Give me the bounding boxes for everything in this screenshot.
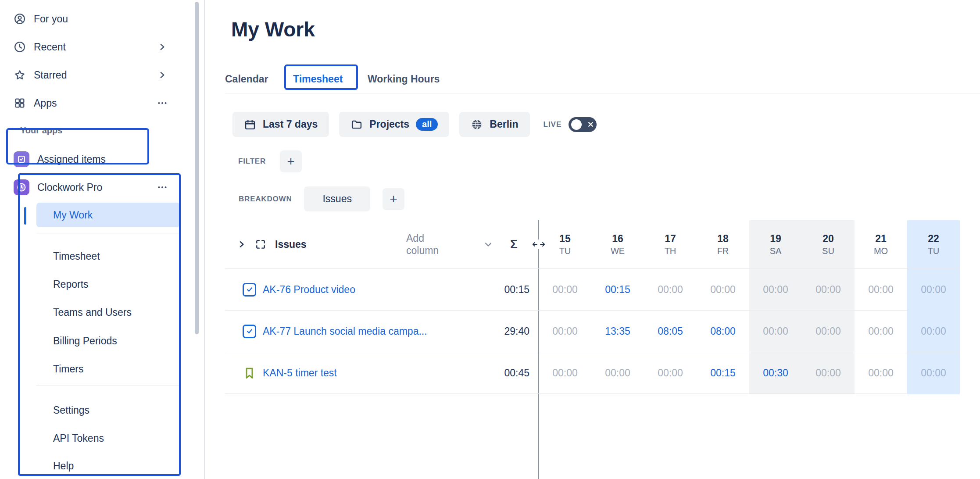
- time-cell[interactable]: 00:00: [802, 352, 855, 393]
- issue-link[interactable]: AK-76 Product video: [263, 284, 355, 296]
- page-title: My Work: [231, 18, 315, 41]
- time-cell[interactable]: 00:00: [749, 311, 802, 352]
- sidebar-item-label: Apps: [34, 97, 57, 109]
- tab-timesheet[interactable]: Timesheet: [293, 67, 343, 91]
- sidebar-item-billing-periods[interactable]: Billing Periods: [36, 329, 180, 353]
- day-header: 18FR: [697, 220, 749, 268]
- projects-label: Projects: [369, 118, 409, 130]
- divider: [36, 386, 180, 386]
- issues-header-cell: Issues Add column Σ: [225, 220, 539, 268]
- sidebar-item-api-tokens[interactable]: API Tokens: [36, 426, 180, 450]
- chevron-right-icon[interactable]: [157, 69, 168, 81]
- time-cell[interactable]: 00:00: [855, 311, 907, 352]
- time-cell[interactable]: 00:00: [749, 269, 802, 310]
- person-icon: [14, 13, 26, 25]
- assigned-items-icon: [14, 151, 29, 167]
- issue-link[interactable]: AK-77 Launch social media campa...: [263, 325, 427, 337]
- timezone-chip[interactable]: Berlin: [459, 112, 529, 137]
- filter-section: FILTER +: [238, 150, 302, 172]
- time-cell[interactable]: 00:00: [855, 269, 907, 310]
- sidebar-item-starred[interactable]: Starred: [0, 61, 191, 89]
- day-header-weekend: 20SU: [802, 220, 855, 268]
- add-filter-button[interactable]: +: [280, 150, 302, 172]
- filter-chips: Last 7 days Projects all Berlin LIVE: [232, 112, 597, 137]
- time-cell[interactable]: 00:00: [697, 269, 749, 310]
- time-cell[interactable]: 00:00: [539, 311, 591, 352]
- time-cell[interactable]: 00:00: [907, 352, 960, 393]
- sum-button[interactable]: Σ: [510, 237, 518, 251]
- breakdown-section: BREAKDOWN Issues +: [239, 186, 404, 211]
- sidebar-item-teams-and-users[interactable]: Teams and Users: [36, 300, 180, 325]
- day-header-today: 22TU: [907, 220, 960, 268]
- sidebar-item-for-you[interactable]: For you: [0, 5, 191, 33]
- sidebar-item-assigned-items[interactable]: Assigned items: [0, 145, 191, 173]
- time-cell[interactable]: 00:00: [644, 269, 697, 310]
- breakdown-issues-button[interactable]: Issues: [304, 186, 370, 211]
- toggle-x-icon: [587, 121, 594, 128]
- time-cell[interactable]: 00:30: [749, 352, 802, 393]
- sidebar-item-help[interactable]: Help: [36, 454, 180, 478]
- apps-grid-icon: [14, 97, 26, 109]
- time-cell[interactable]: 00:00: [802, 269, 855, 310]
- row-total: 00:45: [504, 367, 529, 379]
- issue-link[interactable]: KAN-5 timer test: [263, 367, 337, 379]
- date-range-chip[interactable]: Last 7 days: [232, 112, 329, 137]
- time-cell[interactable]: 00:15: [591, 269, 644, 310]
- tab-working-hours[interactable]: Working Hours: [368, 67, 440, 91]
- more-icon[interactable]: [157, 97, 168, 109]
- sidebar-item-reports[interactable]: Reports: [36, 272, 180, 297]
- sidebar-item-timers[interactable]: Timers: [36, 357, 180, 381]
- sidebar-item-my-work[interactable]: My Work: [36, 203, 180, 227]
- add-column-dropdown[interactable]: Add column: [406, 232, 458, 257]
- time-cell[interactable]: 00:00: [539, 352, 591, 393]
- calendar-icon: [244, 118, 256, 131]
- sidebar-item-settings[interactable]: Settings: [36, 398, 180, 422]
- your-apps-label: Your apps: [20, 125, 62, 136]
- time-cell[interactable]: 00:00: [539, 269, 591, 310]
- time-cell[interactable]: 08:00: [697, 311, 749, 352]
- time-cell[interactable]: 00:00: [802, 311, 855, 352]
- sidebar-item-label: Recent: [34, 41, 66, 53]
- tab-calendar[interactable]: Calendar: [225, 67, 268, 91]
- time-cell[interactable]: 00:00: [591, 352, 644, 393]
- active-item-indicator: [24, 207, 26, 225]
- more-icon[interactable]: [157, 182, 168, 193]
- sidebar-item-timesheet[interactable]: Timesheet: [36, 244, 180, 268]
- projects-chip[interactable]: Projects all: [339, 112, 449, 137]
- sidebar-item-clockwork-pro[interactable]: Clockwork Pro: [0, 173, 191, 201]
- date-range-label: Last 7 days: [263, 118, 318, 130]
- day-header-weekend: 19SA: [749, 220, 802, 268]
- live-toggle[interactable]: [569, 117, 597, 132]
- star-icon: [14, 69, 26, 81]
- resize-columns-icon[interactable]: [530, 240, 547, 249]
- time-cell[interactable]: 08:05: [644, 311, 697, 352]
- sidebar-scrollbar[interactable]: [195, 2, 199, 334]
- fullscreen-icon[interactable]: [255, 239, 266, 250]
- time-cell[interactable]: 00:15: [697, 352, 749, 393]
- time-cell[interactable]: 00:00: [907, 311, 960, 352]
- table-header: Issues Add column Σ 15TU 16WE 17TH 18FR …: [225, 220, 960, 269]
- live-label: LIVE: [544, 120, 562, 129]
- sidebar-item-label: For you: [34, 13, 68, 25]
- day-header: 21MO: [855, 220, 907, 268]
- task-type-icon: [243, 325, 256, 338]
- sidebar-item-recent[interactable]: Recent: [0, 33, 191, 61]
- timesheet-row: AK-77 Launch social media campa... 29:40…: [225, 311, 960, 352]
- chevron-right-icon[interactable]: [157, 41, 168, 53]
- filter-label: FILTER: [238, 157, 266, 166]
- add-breakdown-button[interactable]: +: [383, 188, 404, 210]
- time-cell[interactable]: 00:00: [644, 352, 697, 393]
- expand-group-chevron-icon[interactable]: [237, 240, 246, 249]
- sidebar-item-label: Clockwork Pro: [37, 182, 102, 193]
- sidebar-item-apps[interactable]: Apps: [0, 89, 191, 117]
- row-total: 00:15: [504, 284, 529, 296]
- clock-icon: [14, 41, 26, 53]
- time-cell[interactable]: 00:00: [907, 269, 960, 310]
- timesheet-row: KAN-5 timer test 00:45 00:00 00:00 00:00…: [225, 352, 960, 394]
- timesheet-table: Issues Add column Σ 15TU 16WE 17TH 18FR …: [225, 220, 960, 394]
- time-cell[interactable]: 00:00: [855, 352, 907, 393]
- globe-icon: [471, 118, 483, 131]
- sidebar-item-label: Assigned items: [37, 154, 106, 165]
- time-cell[interactable]: 13:35: [591, 311, 644, 352]
- chevron-down-icon[interactable]: [483, 239, 494, 250]
